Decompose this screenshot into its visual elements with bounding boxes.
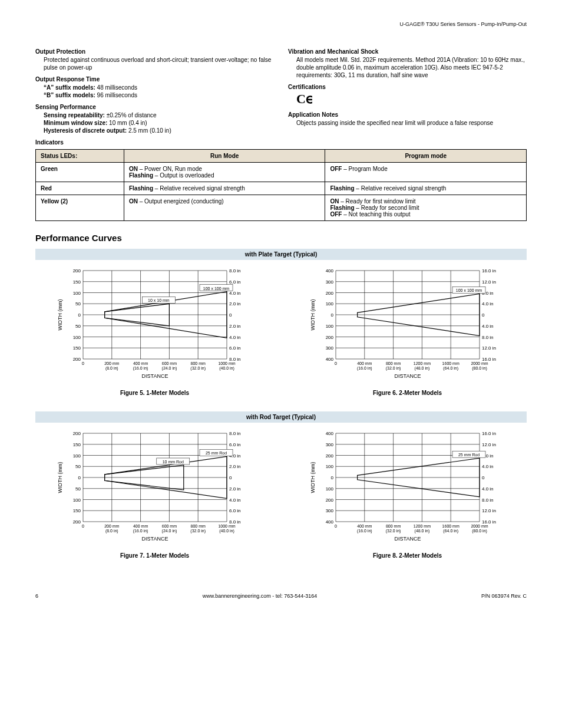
svg-text:100: 100 [325, 301, 333, 307]
caption-fig7: Figure 7. 1-Meter Models [35, 552, 274, 559]
svg-text:150: 150 [72, 345, 81, 351]
svg-text:200 mm: 200 mm [104, 524, 119, 528]
svg-text:0: 0 [229, 312, 232, 318]
svg-text:50: 50 [75, 301, 81, 307]
cell: OFF – Program Mode [325, 163, 527, 182]
svg-text:6.0 in: 6.0 in [229, 508, 241, 513]
svg-text:6.0 in: 6.0 in [229, 279, 241, 285]
svg-text:(8.0 in): (8.0 in) [105, 366, 118, 371]
svg-text:WIDTH (mm): WIDTH (mm) [57, 462, 63, 493]
th-status: Status LEDs: [36, 150, 124, 163]
svg-text:400 mm: 400 mm [133, 361, 147, 365]
svg-text:2.0 in: 2.0 in [229, 301, 241, 307]
svg-text:(40.0 in): (40.0 in) [219, 529, 234, 533]
app-notes-body: Objects passing inside the specified nea… [288, 119, 527, 127]
svg-text:0: 0 [335, 524, 337, 528]
svg-text:400: 400 [325, 268, 333, 274]
svg-text:2.0 in: 2.0 in [229, 464, 241, 469]
svg-text:(24.0 in): (24.0 in) [161, 529, 177, 533]
curves-bar-rod: with Rod Target (Typical) [35, 411, 527, 423]
indicator-table: Status LEDs: Run Mode Program mode Green… [35, 149, 527, 221]
svg-text:0: 0 [330, 312, 333, 318]
cell: ON – Ready for first window limitFlashin… [325, 195, 527, 221]
svg-text:2000 mm: 2000 mm [471, 524, 488, 528]
svg-text:200: 200 [325, 498, 333, 503]
curves-bar-plate: with Plate Target (Typical) [35, 249, 527, 260]
svg-text:4.0 in: 4.0 in [229, 498, 241, 503]
sensing-perf-body: Sensing repeatability: ±0.25% of distanc… [35, 111, 274, 134]
vibration-body: All models meet Mil. Std. 202F requireme… [288, 56, 527, 79]
footer-mid: www.bannerengineering.com - tel: 763-544… [203, 593, 318, 599]
svg-text:0: 0 [482, 475, 485, 480]
svg-text:400 mm: 400 mm [357, 361, 372, 365]
chart-fig5: 200150100500501001502008.0 in6.0 in4.0 i… [35, 267, 274, 379]
svg-text:0: 0 [330, 475, 333, 480]
svg-text:800 mm: 800 mm [385, 361, 400, 365]
svg-text:50: 50 [75, 324, 81, 329]
svg-text:50: 50 [75, 486, 81, 492]
svg-text:WIDTH (mm): WIDTH (mm) [57, 299, 63, 331]
svg-text:0: 0 [82, 361, 84, 365]
svg-text:(32.0 in): (32.0 in) [385, 529, 401, 533]
svg-text:DISTANCE: DISTANCE [141, 536, 168, 542]
svg-text:400: 400 [325, 519, 333, 525]
table-row: Yellow (2)ON – Output energized (conduct… [36, 195, 527, 221]
svg-text:100: 100 [325, 486, 333, 492]
svg-text:100: 100 [72, 453, 81, 459]
caption-fig8: Figure 8. 2-Meter Models [288, 552, 527, 559]
specs-columns: Output Protection Protected against cont… [35, 48, 527, 149]
app-notes-title: Application Notes [288, 111, 527, 118]
vibration-title: Vibration and Mechanical Shock [288, 48, 527, 55]
svg-text:(80.0 in): (80.0 in) [472, 529, 487, 533]
svg-text:150: 150 [72, 508, 81, 513]
svg-text:800 mm: 800 mm [385, 524, 400, 528]
svg-text:1200 mm: 1200 mm [413, 361, 430, 365]
cell: Flashing – Relative received signal stre… [124, 182, 325, 195]
svg-text:200 mm: 200 mm [104, 361, 119, 365]
svg-text:800 mm: 800 mm [190, 361, 205, 365]
svg-text:12.0 in: 12.0 in [482, 279, 496, 285]
svg-text:(16.0 in): (16.0 in) [133, 366, 148, 371]
svg-text:100: 100 [325, 464, 333, 469]
svg-text:(16.0 in): (16.0 in) [133, 529, 148, 533]
svg-text:100: 100 [72, 291, 81, 296]
svg-text:10 x 10 mm: 10 x 10 mm [148, 298, 170, 302]
svg-text:150: 150 [72, 279, 81, 285]
svg-text:0: 0 [335, 361, 337, 365]
svg-text:(32.0 in): (32.0 in) [190, 529, 206, 533]
svg-text:4.0 in: 4.0 in [482, 464, 494, 469]
output-response-body: “A” suffix models: 48 milliseconds “B” s… [35, 84, 274, 99]
svg-text:200: 200 [72, 519, 81, 525]
svg-text:DISTANCE: DISTANCE [394, 373, 421, 379]
svg-text:300: 300 [325, 508, 333, 513]
svg-text:(40.0 in): (40.0 in) [219, 366, 234, 371]
svg-text:10 mm Rod: 10 mm Rod [162, 460, 183, 464]
svg-text:600 mm: 600 mm [161, 524, 176, 528]
specs-right: Vibration and Mechanical Shock All model… [288, 48, 527, 149]
svg-text:8.0 in: 8.0 in [229, 431, 241, 436]
svg-text:DISTANCE: DISTANCE [394, 536, 421, 542]
svg-text:2.0 in: 2.0 in [229, 324, 241, 329]
svg-text:400: 400 [325, 357, 333, 362]
led-cell: Yellow (2) [36, 195, 124, 221]
svg-text:200: 200 [72, 268, 81, 274]
svg-text:800 mm: 800 mm [190, 524, 205, 528]
svg-text:(64.0 in): (64.0 in) [443, 529, 458, 533]
certifications-title: Certifications [288, 84, 527, 90]
svg-text:300: 300 [325, 279, 333, 285]
caption-fig5: Figure 5. 1-Meter Models [35, 390, 274, 396]
svg-text:(8.0 in): (8.0 in) [105, 529, 118, 533]
svg-text:0: 0 [82, 524, 84, 528]
svg-text:1000 mm: 1000 mm [218, 524, 235, 528]
footer-page: 6 [35, 593, 38, 599]
chart-fig6: 400300200100010020030040016.0 in12.0 in8… [288, 267, 527, 379]
svg-text:4.0 in: 4.0 in [482, 324, 494, 329]
output-response-title: Output Response Time [35, 76, 274, 83]
cell: ON – Output energized (conducting) [124, 195, 325, 221]
svg-text:300: 300 [325, 345, 333, 351]
svg-text:(48.0 in): (48.0 in) [414, 366, 429, 371]
svg-text:100 x 100 mm: 100 x 100 mm [455, 288, 482, 292]
svg-text:(16.0 in): (16.0 in) [356, 529, 372, 533]
svg-text:6.0 in: 6.0 in [229, 442, 241, 447]
svg-text:1000 mm: 1000 mm [218, 361, 235, 365]
